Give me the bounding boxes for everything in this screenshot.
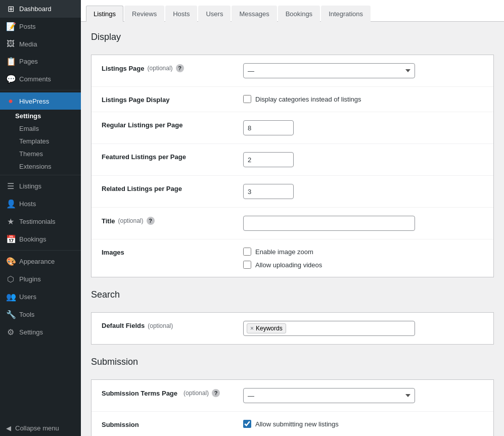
allow-submitting-label: Allow submitting new listings bbox=[255, 420, 339, 428]
settings-content-area: Display Listings Page (optional) ? — L bbox=[81, 22, 504, 436]
tab-reviews[interactable]: Reviews bbox=[124, 6, 164, 22]
related-per-page-row: Related Listings per Page bbox=[91, 176, 493, 208]
sidebar-item-appearance[interactable]: 🎨 Appearance bbox=[0, 253, 81, 270]
settings-submenu: Settings Emails Templates Themes Extensi… bbox=[0, 110, 81, 173]
upload-videos-checkbox[interactable] bbox=[243, 261, 251, 269]
title-control bbox=[243, 216, 483, 231]
sidebar-item-pages[interactable]: 📋 Pages bbox=[0, 53, 81, 70]
sidebar-submenu-settings[interactable]: Settings bbox=[0, 110, 81, 122]
sidebar-submenu-templates[interactable]: Templates bbox=[0, 135, 81, 148]
submission-terms-label: Submission Terms Page(optional) ? bbox=[102, 388, 243, 397]
regular-per-page-control bbox=[243, 120, 483, 135]
submission-checkbox-control: Allow submitting new listings bbox=[243, 420, 483, 428]
listings-icon: ☰ bbox=[6, 181, 15, 191]
token-remove-icon[interactable]: × bbox=[250, 325, 254, 332]
submission-terms-help-icon2[interactable]: ? bbox=[212, 389, 220, 397]
featured-per-page-input[interactable] bbox=[243, 152, 294, 167]
sidebar-item-label: Pages bbox=[19, 58, 38, 65]
sidebar-item-plugins[interactable]: ⬡ Plugins bbox=[0, 270, 81, 288]
related-per-page-input[interactable] bbox=[243, 184, 294, 199]
sidebar-submenu-emails[interactable]: Emails bbox=[0, 122, 81, 135]
featured-per-page-row: Featured Listings per Page bbox=[91, 144, 493, 176]
sidebar-item-dashboard[interactable]: ⊞ Dashboard bbox=[0, 0, 81, 18]
divider-1 bbox=[0, 90, 81, 90]
sidebar-item-label: Settings bbox=[19, 328, 43, 336]
users-icon: 👥 bbox=[6, 292, 15, 302]
collapse-menu-button[interactable]: ◀ Collapse menu bbox=[0, 420, 81, 436]
sidebar-item-label: Comments bbox=[19, 75, 51, 83]
listings-page-select[interactable]: — bbox=[243, 63, 415, 78]
sidebar-item-hivepress[interactable]: ● HivePress bbox=[0, 92, 81, 110]
media-icon: 🖼 bbox=[6, 39, 15, 49]
token-label: Keywords bbox=[256, 325, 283, 332]
featured-per-page-control bbox=[243, 152, 483, 167]
sidebar-item-label: HivePress bbox=[19, 98, 49, 105]
sidebar-item-settings[interactable]: ⚙ Settings bbox=[0, 323, 81, 341]
main-content: Listings Reviews Hosts Users Messages Bo… bbox=[81, 0, 504, 436]
sidebar-item-hosts[interactable]: 👤 Hosts bbox=[0, 195, 81, 213]
regular-per-page-label: Regular Listings per Page bbox=[102, 120, 243, 129]
sidebar-item-label: Hosts bbox=[19, 200, 36, 208]
submission-checkbox-label: Submission bbox=[102, 420, 243, 428]
sidebar-item-bookings[interactable]: 📅 Bookings bbox=[0, 230, 81, 248]
regular-per-page-row: Regular Listings per Page bbox=[91, 112, 493, 144]
sidebar-item-label: Posts bbox=[19, 23, 36, 30]
templates-label: Templates bbox=[19, 137, 49, 145]
regular-per-page-input[interactable] bbox=[243, 120, 294, 135]
listings-page-help-icon[interactable]: ? bbox=[176, 64, 184, 72]
tab-integrations[interactable]: Integrations bbox=[321, 6, 371, 22]
listings-page-label: Listings Page (optional) ? bbox=[102, 63, 243, 72]
image-zoom-checkbox[interactable] bbox=[243, 248, 251, 256]
hivepress-icon: ● bbox=[6, 96, 15, 106]
image-zoom-row: Enable image zoom bbox=[243, 248, 483, 256]
display-categories-label: Display categories instead of listings bbox=[255, 95, 361, 103]
submission-checkbox-row: Submission Allow submitting new listings bbox=[91, 412, 493, 436]
sidebar: ⊞ Dashboard 📝 Posts 🖼 Media 📋 Pages 💬 Co… bbox=[0, 0, 81, 436]
plugins-icon: ⬡ bbox=[6, 274, 15, 284]
sidebar-item-users[interactable]: 👥 Users bbox=[0, 288, 81, 306]
default-fields-label: Default Fields (optional) bbox=[102, 321, 243, 329]
images-row: Images Enable image zoom Allow uploading… bbox=[91, 239, 493, 277]
keywords-token: × Keywords bbox=[247, 323, 286, 333]
collapse-arrow-icon: ◀ bbox=[6, 424, 11, 432]
sidebar-item-tools[interactable]: 🔧 Tools bbox=[0, 306, 81, 323]
tab-hosts[interactable]: Hosts bbox=[165, 6, 197, 22]
allow-submitting-checkbox[interactable] bbox=[243, 420, 251, 428]
title-input[interactable] bbox=[243, 216, 415, 231]
default-fields-token-input[interactable]: × Keywords bbox=[243, 321, 415, 336]
listings-page-display-label: Listings Page Display bbox=[102, 95, 243, 104]
title-field-label: Title (optional) ? bbox=[102, 216, 243, 225]
listings-page-control: — bbox=[243, 63, 483, 78]
tools-icon: 🔧 bbox=[6, 310, 15, 319]
tab-users[interactable]: Users bbox=[198, 6, 231, 22]
tab-bookings[interactable]: Bookings bbox=[278, 6, 320, 22]
submission-settings-table: Submission Terms Page(optional) ? — Subm… bbox=[91, 379, 494, 436]
sidebar-item-label: Testimonials bbox=[19, 218, 56, 225]
sidebar-submenu-extensions[interactable]: Extensions bbox=[0, 160, 81, 173]
title-help-icon[interactable]: ? bbox=[147, 217, 155, 225]
divider-3 bbox=[0, 250, 81, 251]
images-label: Images bbox=[102, 248, 243, 256]
submission-terms-row: Submission Terms Page(optional) ? — bbox=[91, 380, 493, 412]
sidebar-item-label: Listings bbox=[19, 182, 41, 190]
listings-page-display-row: Listings Page Display Display categories… bbox=[91, 87, 493, 112]
testimonials-icon: ★ bbox=[6, 217, 15, 226]
search-settings-table: Default Fields (optional) × Keywords bbox=[91, 312, 494, 345]
display-categories-checkbox[interactable] bbox=[243, 95, 251, 103]
sidebar-item-posts[interactable]: 📝 Posts bbox=[0, 18, 81, 35]
tab-messages[interactable]: Messages bbox=[232, 6, 277, 22]
sidebar-item-media[interactable]: 🖼 Media bbox=[0, 35, 81, 53]
submission-terms-select[interactable]: — bbox=[243, 388, 415, 403]
default-fields-row: Default Fields (optional) × Keywords bbox=[91, 313, 493, 344]
appearance-icon: 🎨 bbox=[6, 257, 15, 266]
sidebar-item-testimonials[interactable]: ★ Testimonials bbox=[0, 213, 81, 230]
default-fields-control: × Keywords bbox=[243, 321, 483, 336]
hosts-icon: 👤 bbox=[6, 199, 15, 209]
sidebar-item-label: Media bbox=[19, 40, 37, 48]
sidebar-item-listings[interactable]: ☰ Listings bbox=[0, 177, 81, 195]
dashboard-icon: ⊞ bbox=[6, 4, 15, 14]
tab-listings[interactable]: Listings bbox=[86, 6, 123, 22]
sidebar-submenu-themes[interactable]: Themes bbox=[0, 148, 81, 160]
sidebar-item-comments[interactable]: 💬 Comments bbox=[0, 70, 81, 88]
divider-2 bbox=[0, 175, 81, 175]
